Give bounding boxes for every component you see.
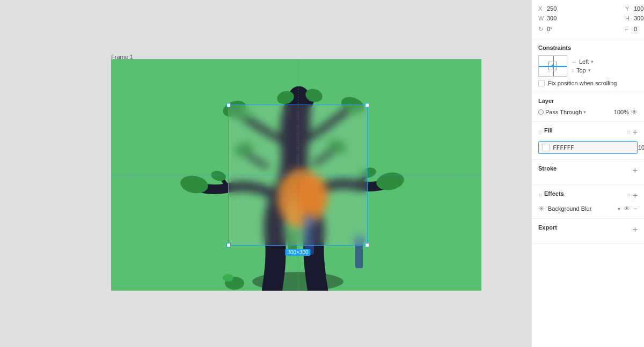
x-label: X	[538, 5, 545, 12]
effect-remove-button[interactable]: −	[633, 204, 638, 213]
w-input[interactable]	[547, 15, 621, 21]
fill-color-swatch[interactable]	[542, 144, 550, 151]
effects-drag-icon: ⠿	[538, 193, 542, 199]
layer-mode-selector[interactable]: Pass Through ▾	[538, 109, 586, 115]
export-title: Export	[538, 224, 557, 231]
stroke-section: Stroke +	[532, 160, 644, 185]
x-field: X	[538, 5, 621, 12]
fill-drag-icon: ⠿	[538, 130, 542, 136]
effects-add-button[interactable]: +	[633, 191, 638, 200]
effect-row: ✳ Background Blur ▾ 👁 −	[538, 204, 638, 213]
fix-position-label: Fix position when scrolling	[548, 80, 617, 86]
effect-visibility-icon[interactable]: 👁	[624, 205, 630, 212]
layer-visibility-icon[interactable]: 👁	[631, 108, 638, 116]
crosshair-vertical	[298, 59, 298, 291]
layer-mode-dot	[538, 109, 544, 115]
export-header: Export +	[538, 224, 638, 235]
horizontal-arrow-icon: ↔	[572, 59, 577, 65]
fill-row: 👁 −	[538, 141, 638, 154]
horizontal-constraint-value: Left	[579, 58, 589, 65]
layer-section: Layer Pass Through ▾ 100% 👁	[532, 92, 644, 122]
effect-name-label[interactable]: Background Blur	[548, 205, 614, 212]
y-input[interactable]	[634, 5, 644, 12]
constraints-title: Constraints	[538, 45, 638, 51]
horizontal-chevron-icon: ▾	[591, 59, 594, 64]
w-label: W	[538, 15, 545, 21]
h-label: H	[625, 15, 632, 21]
y-field: Y	[625, 5, 644, 12]
effects-title: Effects	[544, 190, 564, 197]
x-input[interactable]	[547, 5, 621, 12]
h-field: H ⊞	[625, 14, 644, 23]
rotation-icon: ↻	[538, 26, 545, 33]
rotation-input[interactable]	[547, 26, 621, 32]
stroke-add-button[interactable]: +	[633, 166, 638, 175]
constraints-section: Constraints ↔ Left ▾ ↕ Top ▾	[532, 39, 644, 92]
vertical-chevron-icon: ▾	[588, 68, 591, 73]
fill-title: Fill	[544, 127, 553, 134]
svg-point-21	[223, 274, 233, 282]
constraints-dropdowns: ↔ Left ▾ ↕ Top ▾	[572, 58, 594, 73]
rotation-field: ↻	[538, 25, 621, 33]
fill-opacity-input[interactable]	[635, 144, 644, 151]
corner-input[interactable]	[634, 26, 644, 32]
canvas-area[interactable]: Frame 1	[0, 0, 531, 347]
constraints-visual	[538, 55, 567, 77]
w-field: W	[538, 14, 621, 23]
layer-opacity-value[interactable]: 100%	[614, 109, 629, 115]
fill-add-button[interactable]: +	[633, 128, 638, 137]
fix-position-row: Fix position when scrolling	[538, 80, 638, 86]
layer-mode-value: Pass Through	[545, 109, 582, 115]
fill-grid-icon: ⠿	[627, 130, 631, 136]
layer-title: Layer	[538, 98, 638, 104]
y-label: Y	[625, 5, 632, 12]
fill-header: ⠿ Fill ⠿ +	[538, 127, 638, 138]
vertical-arrow-icon: ↕	[572, 68, 574, 73]
position-size-section: X Y W H ⊞ ↻ ⌐ ⤢	[532, 0, 644, 39]
vertical-constraint[interactable]: ↕ Top ▾	[572, 67, 594, 73]
vertical-constraint-value: Top	[576, 67, 586, 73]
stroke-header: Stroke +	[538, 165, 638, 176]
svg-rect-18	[355, 244, 363, 268]
corner-icon: ⌐	[625, 26, 632, 32]
layer-mode-chevron-icon: ▾	[583, 109, 586, 115]
h-input[interactable]	[634, 15, 644, 21]
fill-section: ⠿ Fill ⠿ + 👁 −	[532, 122, 644, 160]
fix-position-checkbox[interactable]	[538, 80, 545, 86]
layer-opacity-group: 100% 👁	[614, 108, 638, 116]
effect-chevron-icon: ▾	[618, 206, 620, 212]
frame-container: 300×300	[111, 59, 481, 291]
right-panel: X Y W H ⊞ ↻ ⌐ ⤢	[531, 0, 644, 347]
effects-header: ⠿ Effects ⠿ +	[538, 190, 638, 201]
crosshair-horizontal	[111, 175, 481, 175]
fill-hex-input[interactable]	[553, 144, 632, 151]
stroke-title: Stroke	[538, 165, 557, 172]
corner-field: ⌐ ⤢	[625, 25, 644, 33]
effect-type-icon: ✳	[538, 204, 545, 213]
layer-row: Pass Through ▾ 100% 👁	[538, 108, 638, 116]
effects-section: ⠿ Effects ⠿ + ✳ Background Blur ▾ 👁 −	[532, 185, 644, 219]
effects-grid-icon: ⠿	[627, 193, 631, 199]
export-section: Export +	[532, 219, 644, 244]
horizontal-constraint[interactable]: ↔ Left ▾	[572, 58, 594, 65]
export-add-button[interactable]: +	[633, 225, 638, 234]
